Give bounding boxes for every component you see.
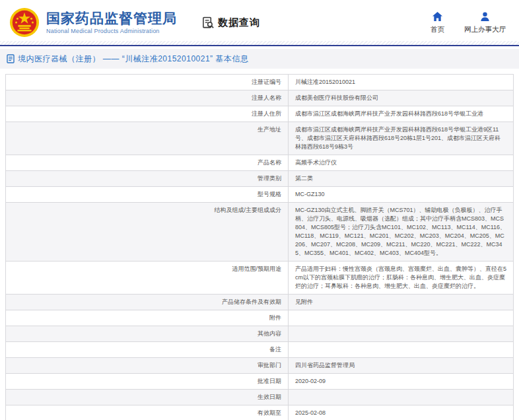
home-icon (432, 11, 443, 22)
page-icon (7, 54, 15, 63)
data-query-nav[interactable]: 数据查询 (202, 17, 260, 29)
row-label: 注册证编号 (6, 75, 289, 90)
national-emblem-logo (9, 7, 40, 38)
header-hatch-strip (0, 41, 519, 45)
table-row: 产品储存条件及有效期见附件 (6, 295, 513, 310)
row-value: MC-GZ130 (289, 187, 513, 202)
table-row: 型号规格MC-GZ130 (6, 187, 513, 203)
person-icon (479, 11, 491, 22)
row-value: MC-GZ130由立式主机、脚踏开关（MCS701）、辅助电极（负极板）、治疗手… (289, 203, 513, 261)
row-value: 高频手术治疗仪 (289, 155, 513, 170)
row-label: 审批部门 (6, 358, 289, 373)
org-name-en: National Medical Products Administration (46, 28, 177, 34)
table-row: 结构及组成/主要组成成分MC-GZ130由立式主机、脚踏开关（MCS701）、辅… (6, 203, 513, 262)
table-row: 附件 (6, 310, 513, 326)
table-row: 备注 (6, 342, 513, 358)
row-value: 产品适用于妇科：慢性宫颈炎（宫颈息肉、宫颈糜烂、出血、囊肿等）、直径在5cm以下… (289, 262, 513, 294)
nav-home[interactable]: 首页 (431, 11, 444, 34)
table-row: 注册人住所成都市温江区成都海峡两岸科技产业开发园科林路西段618号华银工业港 (6, 106, 513, 122)
table-row: 批准日期2020-02-09 (6, 374, 513, 390)
org-name-cn: 国家药品监督管理局 (46, 11, 177, 26)
row-value (289, 390, 513, 405)
table-row: 产品名称高频手术治疗仪 (6, 155, 513, 171)
info-table: 注册证编号川械注准20152010021注册人名称成都美创医疗科技股份有限公司注… (5, 74, 514, 420)
document-search-icon (202, 17, 215, 29)
table-row: 审批部门四川省药品监督管理局 (6, 358, 513, 374)
row-label: 附件 (6, 310, 289, 326)
nav-home-label: 首页 (431, 25, 444, 34)
data-query-label: 数据查询 (218, 17, 260, 29)
table-row: 生产地址成都市温江区成都海峡两岸科技产业开发园科林路西段618号华银工业港9区1… (6, 122, 513, 155)
row-value: 2025-02-08 (289, 405, 513, 420)
row-label: 型号规格 (6, 187, 289, 202)
row-value: 2020-02-09 (289, 374, 513, 389)
row-label: 注册人名称 (6, 90, 289, 106)
nav-service-hall-label: 网上办事大厅 (464, 25, 506, 34)
org-title-block: 国家药品监督管理局 National Medical Products Admi… (46, 11, 177, 34)
row-value: 川械注准20152010021 (289, 75, 513, 90)
row-label: 批准日期 (6, 374, 289, 389)
row-value: 成都市温江区成都海峡两岸科技产业开发园科林路西段618号华银工业港 (289, 106, 513, 122)
row-value: 成都美创医疗科技股份有限公司 (289, 90, 513, 106)
row-label: 产品储存条件及有效期 (6, 295, 289, 310)
row-value (289, 342, 513, 357)
breadcrumb-text: 境内医疗器械（注册） —— “川械注准20152010021” 基本信息 (18, 53, 248, 65)
row-label: 管理类别 (6, 171, 289, 186)
row-label: 备注 (6, 342, 289, 357)
row-label: 生产地址 (6, 122, 289, 155)
row-value: 成都市温江区成都海峡两岸科技产业开发园科林路西段618号华银工业港9区11号、成… (289, 122, 513, 155)
table-row: 注册人名称成都美创医疗科技股份有限公司 (6, 90, 513, 106)
breadcrumb: 境内医疗器械（注册） —— “川械注准20152010021” 基本信息 (0, 49, 519, 69)
row-value: 第二类 (289, 171, 513, 186)
table-row: 管理类别第二类 (6, 171, 513, 187)
row-value (289, 326, 513, 341)
row-label: 产品名称 (6, 155, 289, 170)
table-row: 适用范围/预期用途产品适用于妇科：慢性宫颈炎（宫颈息肉、宫颈糜烂、出血、囊肿等）… (6, 262, 513, 295)
row-label: 适用范围/预期用途 (6, 262, 289, 294)
top-nav: 首页 网上办事大厅 (431, 11, 510, 34)
nav-service-hall[interactable]: 网上办事大厅 (464, 11, 506, 34)
table-row: 注册证编号川械注准20152010021 (6, 75, 513, 90)
row-value (289, 310, 513, 326)
row-value: 见附件 (289, 295, 513, 310)
site-header: 国家药品监督管理局 National Medical Products Admi… (0, 0, 519, 46)
table-row: 有效期至2025-02-08 (6, 405, 513, 420)
table-row: 生效日期 (6, 390, 513, 405)
row-value: 四川省药品监督管理局 (289, 358, 513, 373)
row-label: 生效日期 (6, 390, 289, 405)
row-label: 注册人住所 (6, 106, 289, 122)
table-row: 其他内容 (6, 326, 513, 342)
row-label: 其他内容 (6, 326, 289, 341)
row-label: 结构及组成/主要组成成分 (6, 203, 289, 261)
row-label: 有效期至 (6, 405, 289, 420)
